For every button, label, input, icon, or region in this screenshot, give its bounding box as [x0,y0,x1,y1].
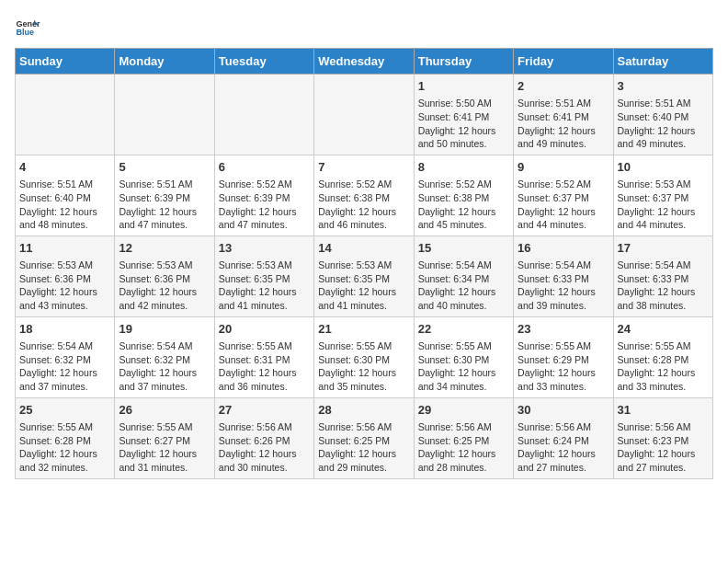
cell-content: Sunrise: 5:52 AM Sunset: 6:39 PM Dayligh… [219,178,310,232]
calendar-table: SundayMondayTuesdayWednesdayThursdayFrid… [15,48,713,479]
cell-content: Sunrise: 5:55 AM Sunset: 6:30 PM Dayligh… [418,339,509,394]
calendar-cell: 1Sunrise: 5:50 AM Sunset: 6:41 PM Daylig… [414,75,513,155]
day-number: 2 [518,78,609,95]
cell-content: Sunrise: 5:56 AM Sunset: 6:25 PM Dayligh… [318,420,409,475]
calendar-cell: 9Sunrise: 5:52 AM Sunset: 6:37 PM Daylig… [514,155,613,236]
calendar-cell: 6Sunrise: 5:52 AM Sunset: 6:39 PM Daylig… [214,155,313,236]
day-number: 23 [518,321,609,338]
day-number: 18 [19,321,110,338]
calendar-cell: 30Sunrise: 5:56 AM Sunset: 6:24 PM Dayli… [514,397,613,478]
week-row-5: 25Sunrise: 5:55 AM Sunset: 6:28 PM Dayli… [16,397,713,478]
calendar-cell: 28Sunrise: 5:56 AM Sunset: 6:25 PM Dayli… [314,397,414,478]
calendar-cell: 7Sunrise: 5:52 AM Sunset: 6:38 PM Daylig… [314,155,414,236]
cell-content: Sunrise: 5:52 AM Sunset: 6:37 PM Dayligh… [518,178,609,232]
cell-content: Sunrise: 5:56 AM Sunset: 6:23 PM Dayligh… [618,420,709,475]
cell-content: Sunrise: 5:54 AM Sunset: 6:32 PM Dayligh… [119,339,210,394]
day-number: 25 [19,402,110,419]
calendar-cell: 31Sunrise: 5:56 AM Sunset: 6:23 PM Dayli… [613,397,712,478]
cell-content: Sunrise: 5:54 AM Sunset: 6:32 PM Dayligh… [19,339,110,394]
day-number: 19 [119,321,210,338]
cell-content: Sunrise: 5:56 AM Sunset: 6:25 PM Dayligh… [418,420,509,475]
day-number: 1 [418,78,509,95]
cell-content: Sunrise: 5:55 AM Sunset: 6:31 PM Dayligh… [219,339,310,394]
day-number: 12 [119,240,210,257]
cell-content: Sunrise: 5:53 AM Sunset: 6:35 PM Dayligh… [318,259,409,313]
cell-content: Sunrise: 5:53 AM Sunset: 6:36 PM Dayligh… [119,259,210,313]
calendar-cell: 2Sunrise: 5:51 AM Sunset: 6:41 PM Daylig… [514,75,613,155]
cell-content: Sunrise: 5:55 AM Sunset: 6:28 PM Dayligh… [618,339,709,394]
calendar-cell: 15Sunrise: 5:54 AM Sunset: 6:34 PM Dayli… [414,236,513,316]
cell-content: Sunrise: 5:53 AM Sunset: 6:36 PM Dayligh… [19,259,110,313]
calendar-cell: 4Sunrise: 5:51 AM Sunset: 6:40 PM Daylig… [16,155,115,236]
day-number: 4 [19,159,110,176]
calendar-cell: 29Sunrise: 5:56 AM Sunset: 6:25 PM Dayli… [414,397,513,478]
day-number: 6 [219,159,310,176]
day-number: 11 [19,240,110,257]
day-number: 22 [418,321,509,338]
day-number: 16 [518,240,609,257]
day-number: 10 [618,159,709,176]
calendar-cell: 11Sunrise: 5:53 AM Sunset: 6:36 PM Dayli… [16,236,115,316]
calendar-header: SundayMondayTuesdayWednesdayThursdayFrid… [16,49,713,75]
header-cell-friday: Friday [514,49,613,75]
calendar-cell: 19Sunrise: 5:54 AM Sunset: 6:32 PM Dayli… [115,316,214,397]
calendar-cell: 5Sunrise: 5:51 AM Sunset: 6:39 PM Daylig… [115,155,214,236]
svg-text:Blue: Blue [16,28,34,37]
day-number: 26 [119,402,210,419]
week-row-2: 4Sunrise: 5:51 AM Sunset: 6:40 PM Daylig… [16,155,713,236]
day-number: 21 [318,321,409,338]
cell-content: Sunrise: 5:51 AM Sunset: 6:40 PM Dayligh… [618,97,709,151]
cell-content: Sunrise: 5:53 AM Sunset: 6:37 PM Dayligh… [618,178,709,232]
calendar-cell: 25Sunrise: 5:55 AM Sunset: 6:28 PM Dayli… [16,397,115,478]
day-number: 15 [418,240,509,257]
cell-content: Sunrise: 5:52 AM Sunset: 6:38 PM Dayligh… [318,178,409,232]
cell-content: Sunrise: 5:51 AM Sunset: 6:39 PM Dayligh… [119,178,210,232]
cell-content: Sunrise: 5:56 AM Sunset: 6:24 PM Dayligh… [518,420,609,475]
header-row: SundayMondayTuesdayWednesdayThursdayFrid… [16,49,713,75]
logo-icon: General Blue [15,15,40,40]
day-number: 5 [119,159,210,176]
cell-content: Sunrise: 5:54 AM Sunset: 6:34 PM Dayligh… [418,259,509,313]
cell-content: Sunrise: 5:52 AM Sunset: 6:38 PM Dayligh… [418,178,509,232]
page-header: General Blue [15,15,713,40]
day-number: 9 [518,159,609,176]
calendar-cell: 23Sunrise: 5:55 AM Sunset: 6:29 PM Dayli… [514,316,613,397]
cell-content: Sunrise: 5:55 AM Sunset: 6:30 PM Dayligh… [318,339,409,394]
week-row-4: 18Sunrise: 5:54 AM Sunset: 6:32 PM Dayli… [16,316,713,397]
calendar-cell: 3Sunrise: 5:51 AM Sunset: 6:40 PM Daylig… [613,75,712,155]
header-cell-tuesday: Tuesday [214,49,313,75]
calendar-cell: 24Sunrise: 5:55 AM Sunset: 6:28 PM Dayli… [613,316,712,397]
calendar-cell: 27Sunrise: 5:56 AM Sunset: 6:26 PM Dayli… [214,397,313,478]
calendar-cell [115,75,214,155]
cell-content: Sunrise: 5:54 AM Sunset: 6:33 PM Dayligh… [518,259,609,313]
cell-content: Sunrise: 5:54 AM Sunset: 6:33 PM Dayligh… [618,259,709,313]
cell-content: Sunrise: 5:51 AM Sunset: 6:41 PM Dayligh… [518,97,609,151]
calendar-cell: 20Sunrise: 5:55 AM Sunset: 6:31 PM Dayli… [214,316,313,397]
week-row-1: 1Sunrise: 5:50 AM Sunset: 6:41 PM Daylig… [16,75,713,155]
header-cell-wednesday: Wednesday [314,49,414,75]
day-number: 31 [618,402,709,419]
calendar-cell: 12Sunrise: 5:53 AM Sunset: 6:36 PM Dayli… [115,236,214,316]
header-cell-saturday: Saturday [613,49,712,75]
cell-content: Sunrise: 5:50 AM Sunset: 6:41 PM Dayligh… [418,97,509,151]
calendar-cell: 17Sunrise: 5:54 AM Sunset: 6:33 PM Dayli… [613,236,712,316]
day-number: 7 [318,159,409,176]
calendar-cell: 16Sunrise: 5:54 AM Sunset: 6:33 PM Dayli… [514,236,613,316]
calendar-cell: 14Sunrise: 5:53 AM Sunset: 6:35 PM Dayli… [314,236,414,316]
cell-content: Sunrise: 5:56 AM Sunset: 6:26 PM Dayligh… [219,420,310,475]
calendar-cell: 26Sunrise: 5:55 AM Sunset: 6:27 PM Dayli… [115,397,214,478]
day-number: 29 [418,402,509,419]
calendar-cell: 21Sunrise: 5:55 AM Sunset: 6:30 PM Dayli… [314,316,414,397]
calendar-cell [314,75,414,155]
header-cell-thursday: Thursday [414,49,513,75]
cell-content: Sunrise: 5:51 AM Sunset: 6:40 PM Dayligh… [19,178,110,232]
day-number: 27 [219,402,310,419]
calendar-body: 1Sunrise: 5:50 AM Sunset: 6:41 PM Daylig… [16,75,713,479]
day-number: 28 [318,402,409,419]
cell-content: Sunrise: 5:55 AM Sunset: 6:28 PM Dayligh… [19,420,110,475]
calendar-cell: 8Sunrise: 5:52 AM Sunset: 6:38 PM Daylig… [414,155,513,236]
day-number: 20 [219,321,310,338]
calendar-cell [16,75,115,155]
week-row-3: 11Sunrise: 5:53 AM Sunset: 6:36 PM Dayli… [16,236,713,316]
calendar-cell: 13Sunrise: 5:53 AM Sunset: 6:35 PM Dayli… [214,236,313,316]
